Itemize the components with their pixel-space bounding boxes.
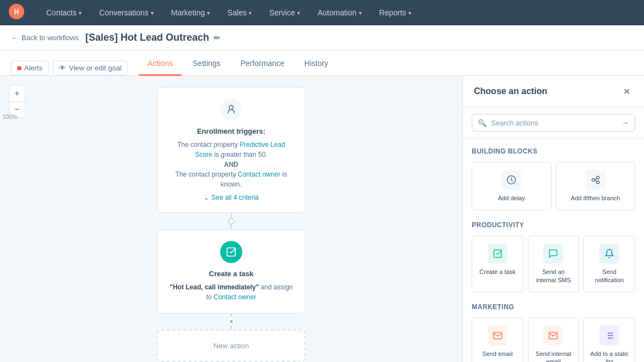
svg-line-8 (594, 180, 596, 182)
svg-point-1 (229, 106, 233, 109)
edit-icon[interactable]: ✏ (214, 34, 220, 42)
svg-rect-9 (494, 250, 501, 258)
email-icon (488, 326, 507, 345)
workflow-canvas: + − 100% Enrollment triggers: (0, 76, 462, 362)
nav-conversations[interactable]: Conversations ▾ (90, 0, 162, 25)
connector-1 (231, 213, 232, 229)
new-action-node[interactable]: New action (157, 330, 305, 362)
connector-dot (228, 218, 234, 224)
send-internal-email-label: Send internal email (534, 350, 574, 362)
trigger-node[interactable]: Enrollment triggers: The contact propert… (157, 87, 305, 213)
svg-point-6 (596, 181, 599, 184)
tab-actions-group: Alerts 👁 View or edit goal (11, 61, 128, 75)
task-icon (488, 244, 507, 264)
add-to-static-list-card[interactable]: Add to a static list (583, 317, 635, 362)
section-building-blocks-title: Building blocks (472, 147, 635, 155)
alert-dot (17, 66, 21, 70)
chevron-down-icon: ▾ (151, 10, 154, 16)
search-input[interactable] (491, 119, 617, 127)
if-then-label: Add if/then branch (562, 194, 630, 202)
tab-actions[interactable]: Actions (139, 52, 182, 76)
chevron-down-icon: ▾ (79, 10, 81, 16)
send-internal-sms-card[interactable]: Send an internal SMS (528, 235, 580, 292)
sub-header: ← Back to workflows [Sales] Hot Lead Out… (0, 25, 644, 51)
nav-automation[interactable]: Automation ▾ (309, 0, 370, 25)
tab-history[interactable]: History (296, 52, 337, 76)
search-submit-icon[interactable]: → (621, 118, 629, 127)
send-notification-label: Send notification (590, 268, 629, 284)
chevron-down-icon: ▾ (207, 10, 210, 16)
choose-action-panel: Choose an action ✕ 🔍 → Building blocks (462, 76, 644, 362)
add-delay-label: Add delay (478, 194, 545, 202)
add-delay-card[interactable]: Add delay (472, 162, 552, 210)
sms-icon (543, 244, 563, 264)
back-arrow-icon: ← (11, 34, 18, 42)
connector-2: ✕ (231, 314, 232, 330)
search-icon: 🔍 (478, 119, 487, 127)
add-if-then-card[interactable]: Add if/then branch (556, 162, 636, 210)
svg-point-4 (592, 179, 594, 182)
panel-content: Building blocks Add delay (463, 139, 644, 362)
back-button[interactable]: ← Back to workflows (11, 34, 79, 42)
see-all-criteria-button[interactable]: ⌄ See all 4 criteria (204, 194, 259, 201)
trigger-title: Enrollment triggers: (168, 127, 294, 135)
alerts-button[interactable]: Alerts (11, 61, 48, 75)
chevron-down-icon: ▾ (297, 10, 300, 16)
delay-icon (501, 170, 521, 190)
send-email-card[interactable]: Send email (472, 317, 523, 362)
action-title: Create a task (168, 270, 294, 278)
tab-performance[interactable]: Performance (232, 52, 293, 76)
view-goal-button[interactable]: 👁 View or edit goal (53, 61, 128, 75)
trigger-description: The contact property Predictive Lead Sco… (168, 140, 294, 189)
panel-title: Choose an action (474, 86, 547, 96)
nav-sales[interactable]: Sales ▾ (219, 0, 260, 25)
tabs-bar: Alerts 👁 View or edit goal Actions Setti… (0, 51, 644, 76)
search-container: 🔍 → (463, 107, 644, 139)
send-email-label: Send email (478, 350, 517, 358)
svg-rect-2 (227, 248, 236, 256)
send-internal-email-card[interactable]: Send internal email (528, 317, 580, 362)
nav-reports[interactable]: Reports ▾ (370, 0, 420, 25)
tab-settings[interactable]: Settings (184, 52, 230, 76)
eye-icon: 👁 (59, 64, 66, 72)
panel-header: Choose an action ✕ (463, 76, 644, 107)
nav-service[interactable]: Service ▾ (260, 0, 309, 25)
chevron-icon: ⌄ (204, 194, 209, 201)
action-description: "Hot Lead, call immediately" and assign … (168, 282, 294, 302)
trigger-icon (220, 98, 242, 120)
building-blocks-grid: Add delay Add if/then branch (472, 162, 635, 210)
workflow-nodes: Enrollment triggers: The contact propert… (0, 76, 462, 362)
top-navigation: Contacts ▾ Conversations ▾ Marketing ▾ S… (0, 0, 644, 25)
productivity-grid: Create a task Send an internal SMS (472, 235, 635, 292)
section-productivity-title: Productivity (472, 221, 635, 229)
action-node[interactable]: Create a task "Hot Lead, call immediatel… (157, 229, 305, 314)
create-task-card[interactable]: Create a task (472, 235, 523, 292)
chevron-down-icon: ▾ (359, 10, 362, 16)
chevron-down-icon: ▾ (249, 10, 252, 16)
nav-marketing[interactable]: Marketing ▾ (162, 0, 219, 25)
send-notification-card[interactable]: Send notification (583, 235, 635, 292)
action-icon (220, 241, 242, 263)
internal-email-icon (543, 326, 563, 345)
main-layout: + − 100% Enrollment triggers: (0, 76, 644, 362)
nav-contacts[interactable]: Contacts ▾ (37, 0, 90, 25)
section-marketing-title: Marketing (472, 303, 635, 311)
close-panel-button[interactable]: ✕ (620, 85, 633, 98)
static-list-icon (599, 326, 619, 345)
search-box: 🔍 → (472, 114, 635, 131)
svg-point-5 (596, 176, 599, 179)
marketing-grid: Send email Send internal email (472, 317, 635, 362)
chevron-down-icon: ▾ (408, 10, 411, 16)
remove-connector-button[interactable]: ✕ (226, 316, 236, 326)
create-task-label: Create a task (478, 268, 517, 276)
workflow-title: [Sales] Hot Lead Outreach ✏ (85, 32, 220, 43)
hubspot-logo (9, 4, 24, 22)
send-internal-sms-label: Send an internal SMS (534, 268, 574, 284)
notification-icon (599, 244, 619, 264)
if-then-icon (586, 170, 605, 190)
add-to-static-list-label: Add to a static list (590, 350, 629, 362)
